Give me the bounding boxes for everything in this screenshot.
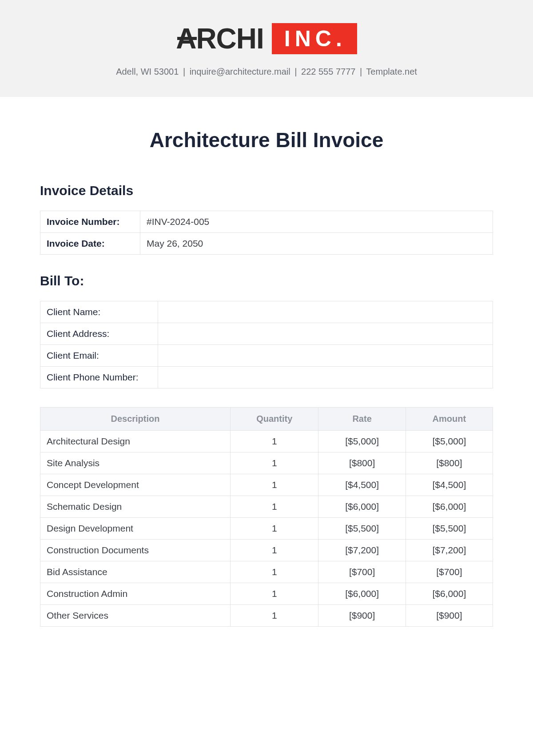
item-quantity: 1 [230,518,318,540]
contact-site: Template.net [366,67,417,76]
invoice-date-label: Invoice Date: [40,233,140,255]
item-quantity: 1 [230,452,318,474]
table-row: Bid Assistance1[$700][$700] [40,561,493,583]
item-quantity: 1 [230,431,318,452]
logo: ARCHI INC. [176,22,357,55]
item-amount: [$800] [406,452,493,474]
contact-phone: 222 555 7777 [301,67,355,76]
table-row: Site Analysis1[$800][$800] [40,452,493,474]
table-row: Client Address: [40,323,493,345]
item-description: Site Analysis [40,452,231,474]
item-amount: [$7,200] [406,540,493,561]
line-items-table: Description Quantity Rate Amount Archite… [40,407,493,627]
table-row: Other Services1[$900][$900] [40,605,493,627]
table-row: Architectural Design1[$5,000][$5,000] [40,431,493,452]
invoice-number-label: Invoice Number: [40,211,140,233]
bill-to-field-label: Client Address: [40,323,158,345]
content-area: Architecture Bill Invoice Invoice Detail… [0,97,533,627]
contact-email: inquire@architecture.mail [190,67,290,76]
bill-to-field-label: Client Name: [40,301,158,323]
separator: | [294,67,297,76]
table-row: Construction Admin1[$6,000][$6,000] [40,583,493,605]
bill-to-heading: Bill To: [40,273,493,288]
table-row: Concept Development1[$4,500][$4,500] [40,474,493,496]
contact-line: Adell, WI 53001 | inquire@architecture.m… [0,67,533,77]
item-quantity: 1 [230,605,318,627]
table-row: Schematic Design1[$6,000][$6,000] [40,496,493,518]
col-quantity: Quantity [230,408,318,431]
item-amount: [$5,500] [406,518,493,540]
item-rate: [$5,000] [318,431,406,452]
item-description: Construction Documents [40,540,231,561]
bill-to-field-value[interactable] [158,345,493,367]
item-rate: [$6,000] [318,496,406,518]
item-amount: [$6,000] [406,496,493,518]
bill-to-field-label: Client Email: [40,345,158,367]
item-amount: [$700] [406,561,493,583]
col-rate: Rate [318,408,406,431]
table-row: Client Name: [40,301,493,323]
item-rate: [$5,500] [318,518,406,540]
item-quantity: 1 [230,561,318,583]
table-row: Client Email: [40,345,493,367]
item-rate: [$700] [318,561,406,583]
item-description: Concept Development [40,474,231,496]
item-quantity: 1 [230,540,318,561]
item-amount: [$6,000] [406,583,493,605]
col-amount: Amount [406,408,493,431]
invoice-date-value: May 26, 2050 [140,233,493,255]
table-row: Construction Documents1[$7,200][$7,200] [40,540,493,561]
logo-archi-text: ARCHI [176,22,264,55]
table-row: Design Development1[$5,500][$5,500] [40,518,493,540]
item-amount: [$5,000] [406,431,493,452]
bill-to-field-value[interactable] [158,367,493,388]
item-rate: [$900] [318,605,406,627]
bill-to-table: Client Name:Client Address:Client Email:… [40,301,493,388]
invoice-number-value: #INV-2024-005 [140,211,493,233]
item-description: Architectural Design [40,431,231,452]
header-band: ARCHI INC. Adell, WI 53001 | inquire@arc… [0,0,533,97]
table-row: Invoice Number: #INV-2024-005 [40,211,493,233]
item-rate: [$6,000] [318,583,406,605]
table-row: Client Phone Number: [40,367,493,388]
item-rate: [$7,200] [318,540,406,561]
logo-inc-badge: INC. [272,23,357,54]
item-description: Other Services [40,605,231,627]
item-quantity: 1 [230,496,318,518]
bill-to-field-value[interactable] [158,301,493,323]
bill-to-field-label: Client Phone Number: [40,367,158,388]
item-description: Schematic Design [40,496,231,518]
item-quantity: 1 [230,583,318,605]
item-rate: [$800] [318,452,406,474]
col-description: Description [40,408,231,431]
contact-address: Adell, WI 53001 [116,67,179,76]
separator: | [183,67,185,76]
item-amount: [$900] [406,605,493,627]
invoice-details-table: Invoice Number: #INV-2024-005 Invoice Da… [40,211,493,255]
table-row: Invoice Date: May 26, 2050 [40,233,493,255]
table-header-row: Description Quantity Rate Amount [40,408,493,431]
bill-to-field-value[interactable] [158,323,493,345]
separator: | [360,67,362,76]
item-description: Design Development [40,518,231,540]
item-description: Construction Admin [40,583,231,605]
invoice-details-heading: Invoice Details [40,183,493,198]
page-title: Architecture Bill Invoice [40,128,493,152]
item-amount: [$4,500] [406,474,493,496]
item-quantity: 1 [230,474,318,496]
item-description: Bid Assistance [40,561,231,583]
item-rate: [$4,500] [318,474,406,496]
